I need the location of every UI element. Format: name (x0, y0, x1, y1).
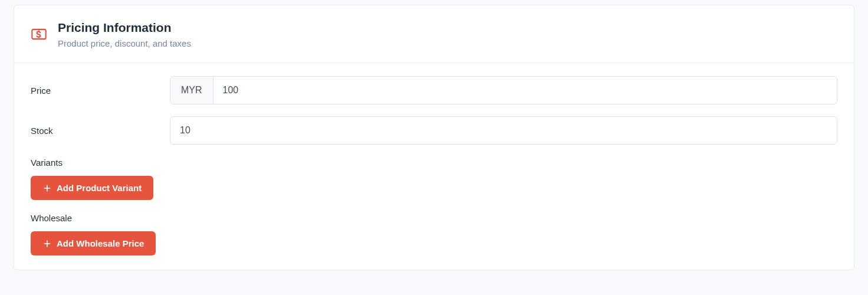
section-subtitle: Product price, discount, and taxes (58, 38, 191, 48)
add-variant-button[interactable]: Add Product Variant (31, 176, 153, 200)
pricing-card: Pricing Information Product price, disco… (14, 5, 854, 270)
card-header: Pricing Information Product price, disco… (14, 5, 854, 63)
price-row: Price MYR (31, 76, 837, 104)
pricing-icon (31, 26, 47, 42)
stock-input[interactable] (170, 116, 837, 145)
price-input-group: MYR (170, 76, 837, 104)
currency-prefix: MYR (170, 77, 213, 104)
card-body: Price MYR Stock Variants Add Product Var… (14, 63, 854, 270)
section-title: Pricing Information (58, 19, 191, 36)
plus-icon (42, 239, 52, 248)
plus-icon (42, 183, 52, 193)
variants-label: Variants (31, 158, 837, 168)
stock-row: Stock (31, 116, 837, 145)
stock-label: Stock (31, 126, 170, 136)
add-variant-label: Add Product Variant (57, 183, 142, 193)
price-input[interactable] (213, 77, 837, 104)
add-wholesale-button[interactable]: Add Wholesale Price (31, 231, 156, 255)
header-text: Pricing Information Product price, disco… (58, 19, 191, 48)
wholesale-label: Wholesale (31, 213, 837, 223)
add-wholesale-label: Add Wholesale Price (57, 238, 144, 248)
price-label: Price (31, 86, 170, 96)
